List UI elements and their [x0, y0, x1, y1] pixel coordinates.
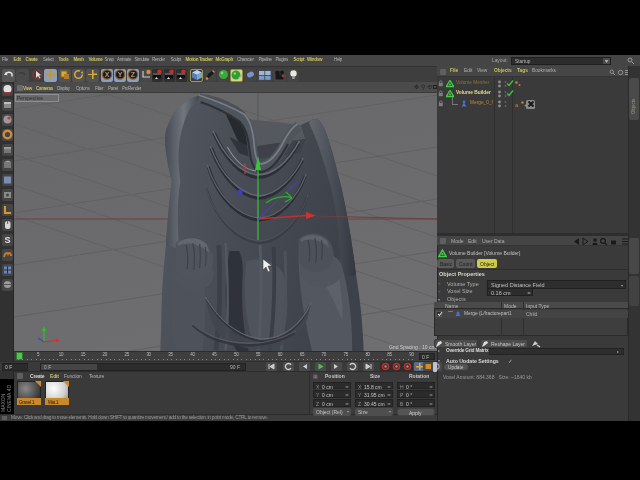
svg-text:X: X: [105, 71, 110, 78]
svg-text:Z: Z: [131, 71, 136, 78]
svg-text:a: a: [515, 102, 519, 108]
svg-text:Y: Y: [118, 71, 123, 78]
svg-text:S: S: [4, 235, 10, 245]
